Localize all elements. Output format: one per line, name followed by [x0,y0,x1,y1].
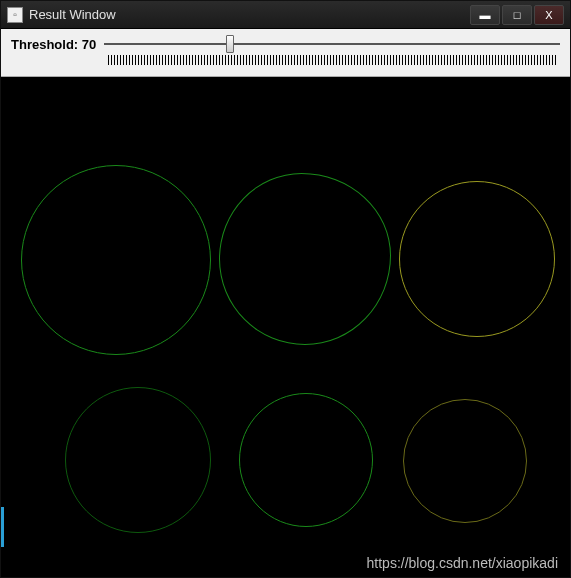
circle-top-right [399,181,555,337]
circle-bottom-left [65,387,211,533]
minimize-button[interactable]: ▬ [470,5,500,25]
window-controls: ▬ □ X [470,5,564,25]
left-accent [1,507,4,547]
toolbar: Threshold: 70 [1,29,570,77]
circle-top-left [21,165,211,355]
circle-bottom-right [403,399,527,523]
circle-top-middle [219,173,391,345]
app-icon: ▫ [7,7,23,23]
slider-thumb[interactable] [226,35,234,53]
close-button[interactable]: X [534,5,564,25]
result-canvas: https://blog.csdn.net/xiaopikadi [1,77,570,577]
threshold-label: Threshold: 70 [11,35,96,52]
watermark: https://blog.csdn.net/xiaopikadi [367,555,558,571]
threshold-slider[interactable] [104,35,560,65]
circle-bottom-middle [239,393,373,527]
window-title: Result Window [29,7,470,22]
app-window: ▫ Result Window ▬ □ X Threshold: 70 http… [0,0,571,578]
slider-ticks [108,55,556,65]
titlebar[interactable]: ▫ Result Window ▬ □ X [1,1,570,29]
slider-track[interactable] [104,35,560,53]
slider-line [104,43,560,45]
maximize-button[interactable]: □ [502,5,532,25]
